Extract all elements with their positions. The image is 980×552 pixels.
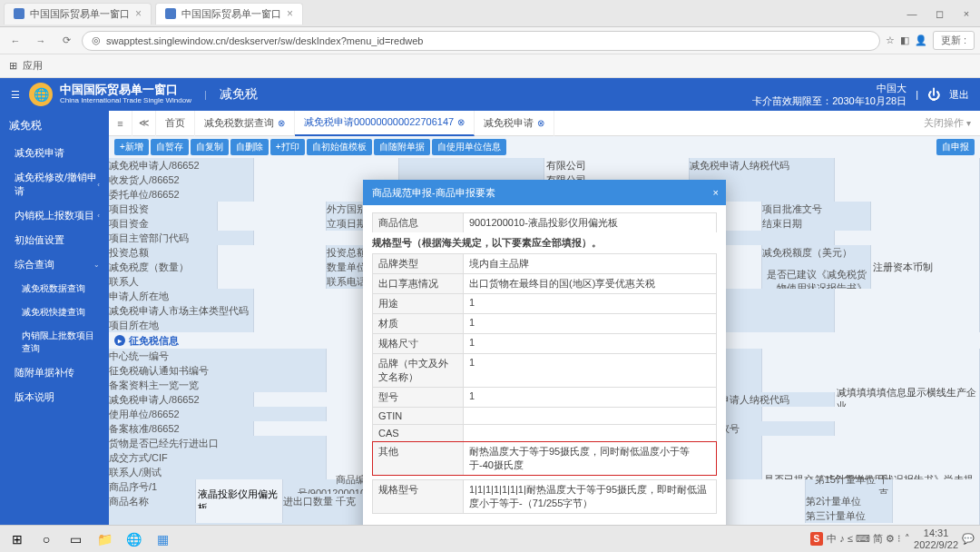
chevron-up-icon[interactable]: ˄	[905, 533, 910, 545]
modal-value[interactable]	[464, 408, 716, 424]
modal-body: 商品信息 9001200010-液晶投影仪用偏光板 规格型号（根据海关规定，以下…	[363, 205, 726, 521]
modal-label: 型号	[373, 388, 464, 407]
modal-label: 出口享惠情况	[373, 274, 464, 293]
sidebar-item[interactable]: 随附单据补传	[0, 360, 109, 385]
modal-row: GTIN	[372, 407, 717, 424]
tab-title: 中国国际贸易单一窗口	[181, 7, 281, 21]
explorer-icon[interactable]: 📁	[93, 527, 116, 551]
browser-tab[interactable]: 中国国际贸易单一窗口 ×	[4, 3, 152, 25]
modal-value[interactable]: 1	[464, 334, 716, 353]
modal-label: 用途	[373, 294, 464, 313]
address-bar: ← → ⟳ ◎ swapptest.singlewindow.cn/deskse…	[0, 27, 980, 54]
expiry-info: 卡介苗效期限至：2030年10月28日	[752, 94, 906, 107]
modal-row: 规格尺寸1	[372, 333, 717, 353]
sidebar-label: 综合查询	[15, 258, 54, 271]
modal-value[interactable]: 境内自主品牌	[464, 254, 716, 273]
tray-icons[interactable]: 中 ♪ ≤ ⌨ 简 ⚙ ⁝	[827, 532, 901, 546]
app-icon[interactable]: ▦	[151, 527, 174, 551]
modal-row: 出口享惠情况出口货物在最终目的国(地区)享受优惠关税	[372, 273, 717, 293]
modal-label: 规格型号	[373, 480, 464, 513]
tab-title: 中国国际贸易单一窗口	[30, 7, 130, 21]
close-icon[interactable]: ×	[713, 187, 719, 198]
url-input[interactable]: ◎ swapptest.singlewindow.cn/deskserver/s…	[82, 31, 880, 51]
sidebar-subitem[interactable]: 减免税快捷查询	[0, 301, 109, 324]
modal-dialog: 商品规范申报-商品申报要素 × 商品信息 9001200010-液晶投影仪用偏光…	[363, 180, 726, 525]
clock-date: 2022/9/22	[914, 539, 958, 550]
sidebar-label: 减免税申请	[15, 146, 64, 160]
update-button[interactable]: 更新 :	[933, 31, 975, 50]
modal-label: 品牌类型	[373, 254, 464, 273]
site-info-icon[interactable]: ◎	[92, 34, 101, 46]
logo-badge: 🌐	[29, 83, 53, 106]
modal-value[interactable]: 出口货物在最终目的国(地区)享受优惠关税	[464, 274, 716, 293]
sidebar-subitem[interactable]: 内销限上批数项目查询	[0, 324, 109, 360]
close-icon[interactable]: ×	[135, 7, 142, 20]
apps-icon[interactable]: ⊞	[9, 60, 17, 72]
modal-label: 商品信息	[373, 213, 464, 232]
modal-row: 品牌（中文及外文名称）1	[372, 353, 717, 387]
power-icon[interactable]: ⏻	[927, 87, 940, 102]
chrome-icon[interactable]: 🌐	[122, 527, 145, 551]
user-info: 中国大	[877, 82, 906, 94]
modal-value: 9001200010-液晶投影仪用偏光板	[464, 213, 716, 232]
logo-subtitle: China International Trade Single Window	[60, 97, 191, 105]
menu-icon[interactable]: ☰	[11, 89, 20, 101]
start-button[interactable]: ⊞	[5, 527, 29, 551]
modal-value[interactable]: 1	[464, 314, 716, 333]
minimize-button[interactable]: —	[898, 0, 926, 27]
browser-tab[interactable]: 中国国际贸易单一窗口 ×	[155, 3, 303, 25]
modal-overlay: 商品规范申报-商品申报要素 × 商品信息 9001200010-液晶投影仪用偏光…	[109, 111, 980, 525]
bookmark-item[interactable]: 应用	[23, 59, 43, 73]
logout-link[interactable]: 退出	[949, 88, 969, 102]
star-icon[interactable]: ☆	[886, 34, 895, 46]
close-button[interactable]: ×	[953, 0, 980, 27]
modal-label: 材质	[373, 314, 464, 333]
modal-value[interactable]: 1	[464, 294, 716, 313]
modal-label: 品牌（中文及外文名称）	[373, 354, 464, 387]
taskbar: ⊞ ○ ▭ 📁 🌐 ▦ S 中 ♪ ≤ ⌨ 简 ⚙ ⁝ ˄ 14:31 2022…	[0, 525, 980, 552]
modal-title: 商品规范申报-商品申报要素	[372, 186, 495, 200]
sidebar-item[interactable]: 内销税上报数项目‹	[0, 203, 109, 228]
maximize-button[interactable]: ◻	[926, 0, 953, 27]
close-icon[interactable]: ×	[287, 7, 293, 20]
sidebar-item[interactable]: 版本说明	[0, 385, 109, 409]
sidebar-label: 初始值设置	[15, 233, 64, 247]
modal-value[interactable]: 1	[464, 354, 716, 387]
modal-value[interactable]: 1|1|1|1|1|1|1|耐热温度大于等于95摄氏度，即时耐低温度小于等于-（…	[464, 480, 716, 513]
search-icon[interactable]: ○	[34, 527, 58, 551]
sidebar-label: 内销税上报数项目	[15, 209, 94, 222]
favicon	[14, 8, 24, 19]
notification-icon[interactable]: 💬	[962, 533, 975, 545]
modal-row: 型号1	[372, 387, 717, 407]
user-icon[interactable]: 👤	[915, 34, 927, 46]
chevron-down-icon: ⌄	[93, 261, 100, 269]
clock[interactable]: 14:31 2022/9/22	[914, 527, 958, 549]
back-button[interactable]: ←	[5, 31, 25, 51]
sidebar-label: 减免税修改/撤销申请	[15, 171, 97, 198]
modal-value[interactable]	[464, 425, 716, 441]
chevron-icon: ‹	[97, 212, 100, 220]
clock-time: 14:31	[924, 527, 949, 538]
sidebar-item[interactable]: 综合查询⌄	[0, 252, 109, 277]
modal-row: 材质1	[372, 313, 717, 333]
separator: |	[916, 89, 918, 100]
forward-button[interactable]: →	[31, 31, 51, 51]
sidebar-subitem[interactable]: 减免税数据查询	[0, 277, 109, 301]
modal-value[interactable]: 耐热温度大于等于95摄氏度，同时耐低温度小于等于-40摄氏度	[464, 442, 716, 475]
browser-tab-strip: 中国国际贸易单一窗口 × 中国国际贸易单一窗口 × — ◻ ×	[0, 0, 980, 27]
task-view-icon[interactable]: ▭	[64, 527, 87, 551]
modal-label: GTIN	[373, 408, 464, 424]
extension-icon[interactable]: ◧	[900, 34, 909, 46]
modal-title-bar: 商品规范申报-商品申报要素 ×	[363, 180, 726, 205]
modal-row: 品牌类型境内自主品牌	[372, 253, 717, 273]
sidebar-item[interactable]: 减免税修改/撤销申请‹	[0, 165, 109, 203]
chevron-icon: ‹	[97, 181, 100, 189]
logo-title: 中国国际贸易单一窗口	[60, 84, 191, 96]
sidebar-item[interactable]: 初始值设置	[0, 228, 109, 252]
reload-button[interactable]: ⟳	[56, 31, 76, 51]
sidebar-item[interactable]: 减免税申请	[0, 141, 109, 165]
bookmarks-bar: ⊞ 应用	[0, 54, 980, 78]
ime-badge[interactable]: S	[810, 532, 824, 546]
modal-label: 规格尺寸	[373, 334, 464, 353]
modal-value[interactable]: 1	[464, 388, 716, 407]
